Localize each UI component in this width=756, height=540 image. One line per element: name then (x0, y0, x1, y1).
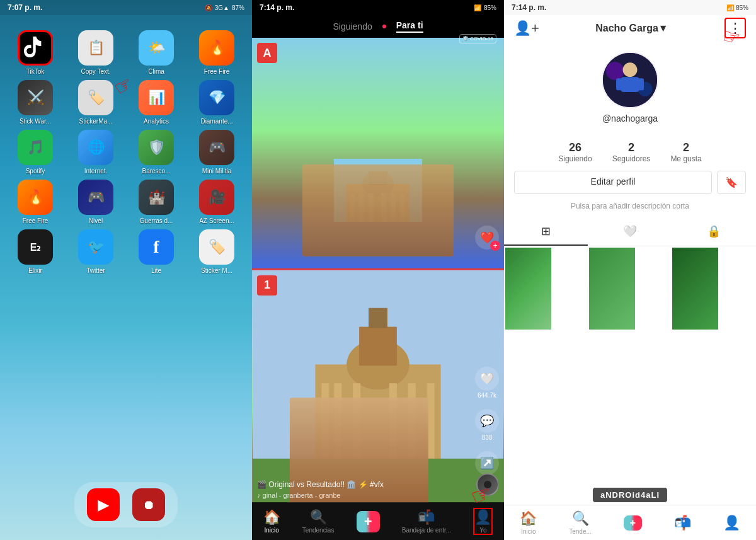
tiktok-label: TikTok (26, 68, 45, 75)
app-spotify[interactable]: 🎵 Spotify (8, 130, 63, 175)
diamante-icon-img: 💎 (199, 80, 234, 115)
time-3: 7:14 p. m. (512, 3, 546, 12)
tab-bandeja[interactable]: 📬 Bandeja de entr... (402, 509, 451, 534)
tab-private[interactable]: 🔒 (672, 218, 756, 246)
app-elixir[interactable]: E₂ Elixir (8, 229, 63, 274)
app-tiktok[interactable]: TikTok (8, 30, 63, 75)
battery-icon: 87% (232, 4, 244, 11)
azscreen-label: AZ Screen... (199, 217, 234, 224)
tiktok-top-nav: Siguiendo Para ti 🛡️ COVID-19 (252, 15, 504, 38)
video-item-2[interactable]: 1 🤍 644.7k 💬 838 ↗️ 434 (252, 270, 504, 503)
home-icon: 🏠 (263, 509, 280, 526)
tab-add[interactable]: + (357, 511, 380, 532)
video-item-1[interactable]: A ❤️ + (252, 38, 504, 270)
covid-badge: 🛡️ COVID-19 (459, 34, 496, 43)
tab-grid[interactable]: ⊞ (504, 218, 588, 246)
tab-inicio[interactable]: 🏠 Inicio (263, 509, 280, 534)
tab-liked[interactable]: 🤍 (588, 218, 672, 246)
freefire-icon-img: 🔥 (199, 30, 234, 66)
youtube-dock-icon[interactable]: ▶ (87, 488, 120, 521)
app-minimilitia[interactable]: 🎮 Mini Militia (189, 130, 244, 175)
profile-thumb-2[interactable] (589, 248, 635, 330)
freefire2-icon-img: 🔥 (18, 180, 53, 215)
home-dock: ▶ ⏺ (74, 482, 178, 527)
app-stickma[interactable]: 🏷️ StickerMa... ☞ (68, 80, 123, 125)
tab-tendencias[interactable]: 🔍 Tendencias (302, 509, 335, 534)
lock-icon: 🔒 (707, 224, 721, 238)
share-icon: ↗️ (475, 451, 499, 475)
tab-yo[interactable]: 👤 Yo (473, 508, 493, 535)
twitter-icon-img: 🐦 (78, 229, 113, 265)
stat-me-gusta: 2 Me gusta (670, 141, 701, 163)
profile-tab-inbox[interactable]: 📬 (674, 515, 691, 531)
stat-siguiendo: 26 Siguiendo (558, 141, 592, 163)
baresco-label: Baresco... (142, 168, 170, 175)
profile-video-grid (504, 246, 756, 331)
profile-username-display[interactable]: Nacho Garga▼ (595, 23, 668, 34)
app-stickwar[interactable]: ⚔️ Stick War... (8, 80, 63, 125)
video-caption: 🎬 Original vs Resultado!! 🏛️ ⚡ #vfx (257, 480, 466, 489)
app-clima[interactable]: 🌤️ Clima (129, 30, 184, 75)
analytics-label: Analytics (144, 118, 169, 125)
elixir-icon-img: E₂ (18, 229, 53, 265)
app-nivel[interactable]: 🎮 Nivel (68, 180, 123, 224)
comments-count: 838 (482, 434, 493, 441)
siguiendo-tab[interactable]: Siguiendo (333, 21, 372, 32)
app-freefire[interactable]: 🔥 Free Fire (189, 30, 244, 75)
siguiendo-label: Siguiendo (558, 154, 592, 163)
profile-thumb-1[interactable] (505, 248, 551, 330)
android-home-screen: 7:07 p. m. 🔕 3G▲ 87% TikTok 📋 Copy Text. (0, 0, 252, 540)
profile-tab-yo[interactable]: 👤 (723, 515, 740, 531)
analytics-icon-img: 📊 (139, 80, 174, 115)
app-diamante[interactable]: 💎 Diamante... (189, 80, 244, 125)
app-internet[interactable]: 🌐 Internet. (68, 130, 123, 175)
app-azscreen[interactable]: 🎥 AZ Screen... (189, 180, 244, 224)
elixir-label: Elixir (28, 267, 42, 274)
app-facebook[interactable]: f Lite (129, 229, 184, 274)
guerras-label: Guerras d... (140, 217, 173, 224)
profile-tab-inicio[interactable]: 🏠 Inicio (520, 510, 537, 535)
add-friend-button[interactable]: 👤+ (514, 20, 539, 37)
app-freefire2[interactable]: 🔥 Free Fire (8, 180, 63, 224)
like-button-1[interactable]: ❤️ + (475, 226, 499, 250)
profile-bio-hint[interactable]: Pulsa para añadir descripción corta (504, 199, 756, 218)
app-twitter[interactable]: 🐦 Twitter (68, 229, 123, 274)
grid-icon: ⊞ (541, 224, 551, 238)
profile-content-tabs: ⊞ 🤍 🔒 (504, 218, 756, 246)
profile-tab-tendencias[interactable]: 🔍 Tende... (569, 510, 592, 535)
internet-icon-img: 🌐 (78, 130, 113, 165)
spotify-label: Spotify (26, 168, 45, 175)
profile-tab-add[interactable]: + (624, 515, 642, 531)
profile-at-username: @nachogarga (602, 113, 658, 124)
signal-icon-3: 📶 (726, 4, 734, 11)
screen-rec-dock-icon[interactable]: ⏺ (132, 488, 165, 521)
app-analytics[interactable]: 📊 Analytics (129, 80, 184, 125)
video-side-actions-1: ❤️ + (475, 226, 499, 250)
para-ti-tab[interactable]: Para ti (396, 20, 423, 33)
comment-button[interactable]: 💬 838 (475, 409, 499, 441)
minimilitia-label: Mini Militia (202, 168, 232, 175)
svg-rect-15 (369, 307, 387, 328)
nivel-label: Nivel (89, 217, 103, 224)
bookmark-button[interactable]: 🔖 (717, 171, 746, 194)
profile-thumb-3[interactable] (672, 248, 718, 330)
svg-rect-28 (616, 78, 622, 90)
svg-rect-27 (621, 77, 639, 92)
app-stickm[interactable]: 🏷️ Sticker M... (189, 229, 244, 274)
app-baresco[interactable]: 🛡️ Baresco... (129, 130, 184, 175)
video-badge-a: A (257, 43, 277, 63)
video-badge-1: 1 (257, 275, 277, 296)
tiktok-feed-screen: 7:14 p. m. 📶 85% Siguiendo Para ti 🛡️ CO… (252, 0, 504, 540)
spotify-icon-img: 🎵 (18, 130, 53, 165)
app-guerras[interactable]: 🏰 Guerras d... (129, 180, 184, 224)
add-icon: + (357, 511, 380, 532)
covid-label: COVID-19 (470, 36, 493, 42)
svg-rect-29 (638, 78, 644, 90)
edit-profile-button[interactable]: Editar perfil (514, 171, 712, 194)
me-gusta-label: Me gusta (670, 154, 701, 163)
like-button-2[interactable]: 🤍 644.7k (475, 367, 499, 399)
time-1: 7:07 p. m. (8, 3, 42, 12)
app-copy-text[interactable]: 📋 Copy Text. (68, 30, 123, 75)
tab-bandeja-label: Bandeja de entr... (402, 527, 451, 534)
heart-tab-icon: 🤍 (623, 224, 637, 238)
